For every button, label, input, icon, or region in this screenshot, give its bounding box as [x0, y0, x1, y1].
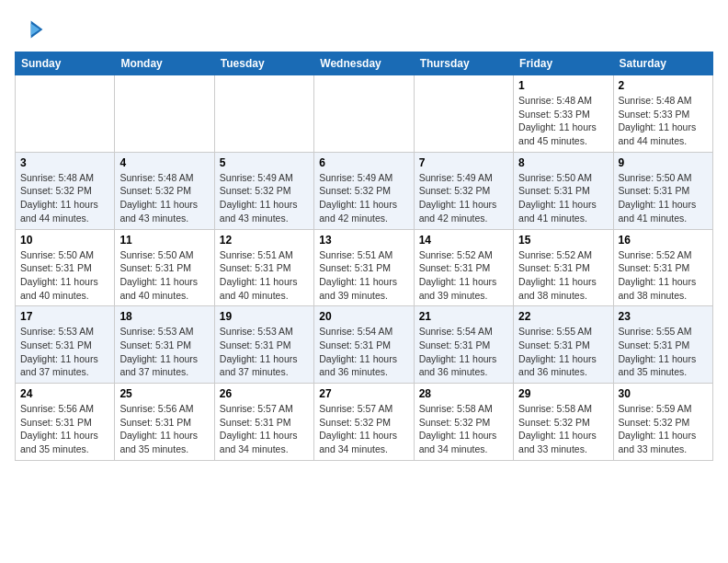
day-info: Sunrise: 5:50 AM Sunset: 5:31 PM Dayligh…: [518, 171, 608, 225]
calendar-cell: 5Sunrise: 5:49 AM Sunset: 5:32 PM Daylig…: [214, 152, 313, 229]
calendar-cell: 6Sunrise: 5:49 AM Sunset: 5:32 PM Daylig…: [314, 152, 414, 229]
weekday-header-row: SundayMondayTuesdayWednesdayThursdayFrid…: [16, 52, 713, 75]
day-info: Sunrise: 5:51 AM Sunset: 5:31 PM Dayligh…: [220, 248, 309, 303]
day-info: Sunrise: 5:49 AM Sunset: 5:32 PM Dayligh…: [419, 171, 508, 225]
calendar-cell: 10Sunrise: 5:50 AM Sunset: 5:31 PM Dayli…: [16, 229, 115, 306]
calendar-cell: 11Sunrise: 5:50 AM Sunset: 5:31 PM Dayli…: [115, 229, 214, 306]
day-info: Sunrise: 5:48 AM Sunset: 5:33 PM Dayligh…: [518, 94, 608, 148]
calendar-cell: 1Sunrise: 5:48 AM Sunset: 5:33 PM Daylig…: [514, 75, 613, 153]
day-info: Sunrise: 5:48 AM Sunset: 5:32 PM Dayligh…: [119, 171, 209, 225]
day-info: Sunrise: 5:55 AM Sunset: 5:31 PM Dayligh…: [619, 325, 708, 379]
day-number: 7: [419, 156, 508, 169]
day-number: 8: [518, 156, 608, 169]
day-number: 27: [319, 387, 408, 400]
day-info: Sunrise: 5:56 AM Sunset: 5:31 PM Dayligh…: [20, 402, 109, 456]
day-info: Sunrise: 5:50 AM Sunset: 5:31 PM Dayligh…: [20, 248, 109, 303]
calendar-cell: 13Sunrise: 5:51 AM Sunset: 5:31 PM Dayli…: [314, 229, 414, 306]
day-number: 25: [119, 387, 209, 400]
day-number: 21: [419, 310, 508, 323]
calendar-week-1: 1Sunrise: 5:48 AM Sunset: 5:33 PM Daylig…: [16, 75, 713, 153]
calendar-cell: 17Sunrise: 5:53 AM Sunset: 5:31 PM Dayli…: [16, 306, 115, 384]
day-number: 10: [20, 234, 109, 247]
calendar-cell: 25Sunrise: 5:56 AM Sunset: 5:31 PM Dayli…: [115, 384, 214, 461]
day-number: 6: [319, 156, 408, 169]
day-info: Sunrise: 5:55 AM Sunset: 5:31 PM Dayligh…: [518, 325, 608, 379]
day-info: Sunrise: 5:53 AM Sunset: 5:31 PM Dayligh…: [220, 325, 309, 379]
calendar-cell: 7Sunrise: 5:49 AM Sunset: 5:32 PM Daylig…: [414, 152, 513, 229]
day-number: 13: [319, 234, 408, 247]
calendar-cell: [115, 75, 214, 153]
calendar-cell: 14Sunrise: 5:52 AM Sunset: 5:31 PM Dayli…: [414, 229, 513, 306]
day-number: 28: [419, 387, 508, 400]
day-info: Sunrise: 5:56 AM Sunset: 5:31 PM Dayligh…: [119, 402, 209, 456]
day-number: 24: [20, 387, 109, 400]
day-number: 2: [619, 79, 708, 92]
day-info: Sunrise: 5:50 AM Sunset: 5:31 PM Dayligh…: [119, 248, 209, 303]
weekday-friday: Friday: [514, 52, 613, 75]
calendar-cell: [16, 75, 115, 153]
day-info: Sunrise: 5:54 AM Sunset: 5:31 PM Dayligh…: [419, 325, 508, 379]
logo-icon: [15, 15, 44, 44]
day-number: 18: [119, 310, 209, 323]
day-info: Sunrise: 5:49 AM Sunset: 5:32 PM Dayligh…: [220, 171, 309, 225]
calendar-cell: 26Sunrise: 5:57 AM Sunset: 5:31 PM Dayli…: [214, 384, 313, 461]
day-number: 22: [518, 310, 608, 323]
calendar-cell: 19Sunrise: 5:53 AM Sunset: 5:31 PM Dayli…: [214, 306, 313, 384]
day-number: 3: [20, 156, 109, 169]
calendar-cell: 9Sunrise: 5:50 AM Sunset: 5:31 PM Daylig…: [613, 152, 712, 229]
day-number: 11: [119, 234, 209, 247]
day-number: 5: [220, 156, 309, 169]
day-info: Sunrise: 5:49 AM Sunset: 5:32 PM Dayligh…: [319, 171, 408, 225]
day-number: 1: [518, 79, 608, 92]
weekday-tuesday: Tuesday: [214, 52, 313, 75]
calendar-cell: 3Sunrise: 5:48 AM Sunset: 5:32 PM Daylig…: [16, 152, 115, 229]
day-info: Sunrise: 5:53 AM Sunset: 5:31 PM Dayligh…: [20, 325, 109, 379]
calendar-cell: 16Sunrise: 5:52 AM Sunset: 5:31 PM Dayli…: [613, 229, 712, 306]
day-number: 9: [619, 156, 708, 169]
day-number: 29: [518, 387, 608, 400]
weekday-saturday: Saturday: [613, 52, 712, 75]
day-info: Sunrise: 5:52 AM Sunset: 5:31 PM Dayligh…: [619, 248, 708, 303]
day-info: Sunrise: 5:52 AM Sunset: 5:31 PM Dayligh…: [518, 248, 608, 303]
calendar-week-5: 24Sunrise: 5:56 AM Sunset: 5:31 PM Dayli…: [16, 384, 713, 461]
calendar-cell: [214, 75, 313, 153]
calendar-cell: 4Sunrise: 5:48 AM Sunset: 5:32 PM Daylig…: [115, 152, 214, 229]
day-info: Sunrise: 5:57 AM Sunset: 5:32 PM Dayligh…: [319, 402, 408, 456]
calendar-cell: 12Sunrise: 5:51 AM Sunset: 5:31 PM Dayli…: [214, 229, 313, 306]
calendar-cell: 27Sunrise: 5:57 AM Sunset: 5:32 PM Dayli…: [314, 384, 414, 461]
calendar-cell: 30Sunrise: 5:59 AM Sunset: 5:32 PM Dayli…: [613, 384, 712, 461]
day-number: 19: [220, 310, 309, 323]
weekday-monday: Monday: [115, 52, 214, 75]
calendar-cell: 8Sunrise: 5:50 AM Sunset: 5:31 PM Daylig…: [514, 152, 613, 229]
calendar-week-3: 10Sunrise: 5:50 AM Sunset: 5:31 PM Dayli…: [16, 229, 713, 306]
calendar-cell: 29Sunrise: 5:58 AM Sunset: 5:32 PM Dayli…: [514, 384, 613, 461]
weekday-sunday: Sunday: [16, 52, 115, 75]
day-number: 15: [518, 234, 608, 247]
day-info: Sunrise: 5:58 AM Sunset: 5:32 PM Dayligh…: [518, 402, 608, 456]
day-number: 14: [419, 234, 508, 247]
calendar-cell: 23Sunrise: 5:55 AM Sunset: 5:31 PM Dayli…: [613, 306, 712, 384]
day-number: 4: [119, 156, 209, 169]
day-info: Sunrise: 5:58 AM Sunset: 5:32 PM Dayligh…: [419, 402, 508, 456]
calendar-cell: 15Sunrise: 5:52 AM Sunset: 5:31 PM Dayli…: [514, 229, 613, 306]
day-info: Sunrise: 5:50 AM Sunset: 5:31 PM Dayligh…: [619, 171, 708, 225]
calendar-week-4: 17Sunrise: 5:53 AM Sunset: 5:31 PM Dayli…: [16, 306, 713, 384]
day-info: Sunrise: 5:54 AM Sunset: 5:31 PM Dayligh…: [319, 325, 408, 379]
day-number: 23: [619, 310, 708, 323]
day-info: Sunrise: 5:48 AM Sunset: 5:33 PM Dayligh…: [619, 94, 708, 148]
day-info: Sunrise: 5:48 AM Sunset: 5:32 PM Dayligh…: [20, 171, 109, 225]
day-number: 20: [319, 310, 408, 323]
calendar-cell: 24Sunrise: 5:56 AM Sunset: 5:31 PM Dayli…: [16, 384, 115, 461]
calendar-cell: 21Sunrise: 5:54 AM Sunset: 5:31 PM Dayli…: [414, 306, 513, 384]
calendar-week-2: 3Sunrise: 5:48 AM Sunset: 5:32 PM Daylig…: [16, 152, 713, 229]
calendar-cell: 20Sunrise: 5:54 AM Sunset: 5:31 PM Dayli…: [314, 306, 414, 384]
day-number: 26: [220, 387, 309, 400]
page-header: [15, 15, 713, 44]
day-number: 30: [619, 387, 708, 400]
calendar-cell: [414, 75, 513, 153]
logo: [15, 15, 48, 44]
calendar-cell: 22Sunrise: 5:55 AM Sunset: 5:31 PM Dayli…: [514, 306, 613, 384]
calendar-table: SundayMondayTuesdayWednesdayThursdayFrid…: [15, 52, 713, 461]
day-info: Sunrise: 5:59 AM Sunset: 5:32 PM Dayligh…: [619, 402, 708, 456]
day-number: 12: [220, 234, 309, 247]
